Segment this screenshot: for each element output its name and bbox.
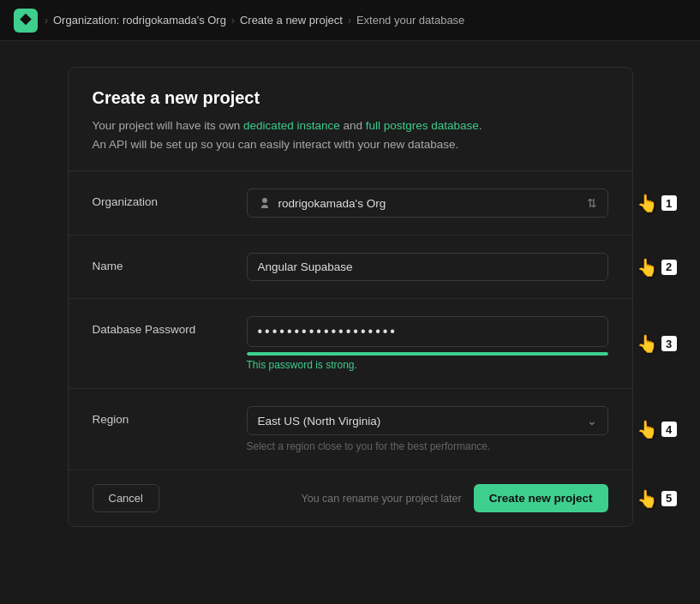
region-row: Region East US (North Virginia) ⌄ Select… (69, 389, 632, 469)
organization-control-wrap: rodrigokamada's Org ⇅ (247, 188, 608, 218)
cursor-num-4: 4 (661, 422, 677, 437)
topbar: › Organization: rodrigokamada's Org › Cr… (0, 0, 700, 41)
organization-select[interactable]: rodrigokamada's Org ⇅ (247, 188, 608, 218)
cursor-icon-4: 👆 (637, 419, 658, 440)
organization-value: rodrigokamada's Org (278, 197, 386, 210)
cursor-num-2: 2 (661, 260, 677, 275)
main-content: Create a new project Your project will h… (0, 41, 700, 604)
cursor-icon-5: 👆 (637, 488, 658, 509)
card-description-line2: An API will be set up so you can easily … (93, 138, 459, 151)
organization-row: Organization rodrigokamada's Org ⇅ 👆 (69, 171, 632, 236)
form-body: Organization rodrigokamada's Org ⇅ 👆 (69, 171, 632, 469)
region-hint: Select a region close to you for the bes… (247, 440, 608, 452)
breadcrumb-sep-2: › (348, 15, 351, 27)
region-label: Region (93, 406, 247, 426)
cursor-annotation-3: 👆 3 (637, 333, 677, 354)
cursor-icon-3: 👆 (637, 333, 658, 354)
password-label: Database Password (93, 316, 247, 336)
name-control-wrap (247, 253, 608, 281)
region-chevron-icon: ⌄ (587, 414, 597, 428)
name-input[interactable] (247, 253, 608, 281)
cursor-num-5: 5 (661, 491, 677, 506)
region-control-wrap: East US (North Virginia) ⌄ Select a regi… (247, 406, 608, 452)
dedicated-instance-link[interactable]: dedicated instance (243, 119, 340, 132)
organization-select-inner: rodrigokamada's Org (258, 196, 386, 210)
cursor-num-3: 3 (661, 336, 677, 351)
postgres-link[interactable]: full postgres database (366, 119, 479, 132)
rename-hint: You can rename your project later (302, 493, 462, 505)
cursor-icon-1: 👆 (637, 193, 658, 213)
region-select[interactable]: East US (North Virginia) ⌄ (247, 406, 608, 435)
cursor-annotation-2: 👆 2 (637, 257, 677, 278)
card-description: Your project will have its own dedicated… (93, 117, 608, 153)
breadcrumb-item-1[interactable]: Create a new project (240, 14, 343, 27)
password-control-wrap: This password is strong. (247, 316, 608, 371)
name-row: Name 👆 2 (69, 236, 632, 299)
password-strength-fill (247, 352, 608, 356)
cursor-annotation-4: 👆 4 (637, 419, 677, 440)
chevron-down-icon: ⇅ (587, 196, 597, 210)
breadcrumb-sep-0: › (45, 15, 48, 27)
app-logo[interactable] (14, 9, 38, 33)
password-row: Database Password This password is stron… (69, 299, 632, 389)
person-icon (258, 196, 272, 210)
card-footer: Cancel You can rename your project later… (69, 469, 632, 526)
cancel-button[interactable]: Cancel (93, 484, 159, 512)
cursor-icon-2: 👆 (637, 257, 658, 278)
breadcrumb-item-0[interactable]: Organization: rodrigokamada's Org (53, 14, 226, 27)
password-strength-label: This password is strong. (247, 359, 608, 371)
cursor-num-1: 1 (661, 195, 677, 211)
region-value: East US (North Virginia) (258, 415, 381, 428)
name-label: Name (93, 253, 247, 272)
breadcrumb-sep-1: › (231, 15, 235, 27)
create-project-card: Create a new project Your project will h… (68, 67, 633, 527)
breadcrumb: › Organization: rodrigokamada's Org › Cr… (45, 14, 464, 27)
cursor-annotation-1: 👆 1 (637, 193, 677, 213)
card-title: Create a new project (93, 88, 608, 108)
organization-label: Organization (93, 188, 247, 208)
footer-right: You can rename your project later Create… (302, 484, 608, 512)
breadcrumb-item-2: Extend your database (356, 14, 464, 27)
cursor-annotation-5: 👆 5 (637, 488, 677, 509)
create-project-button[interactable]: Create new project (474, 484, 608, 512)
password-strength-bar (247, 352, 608, 356)
password-input[interactable] (247, 316, 608, 347)
card-header: Create a new project Your project will h… (69, 68, 632, 171)
